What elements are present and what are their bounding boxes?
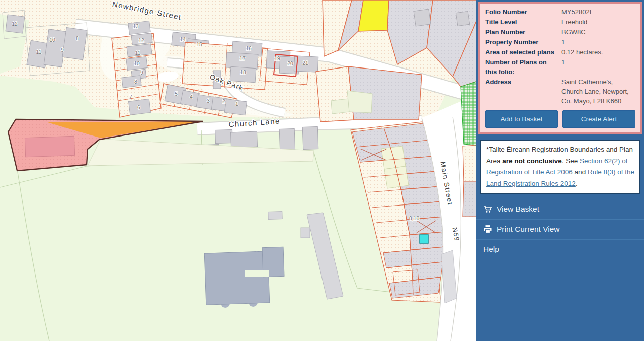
svg-text:16: 16 [246, 45, 252, 51]
address-label: Address [485, 77, 559, 106]
folio-number-label: Folio Number [485, 7, 559, 17]
folio-info-grid: Folio Number MY52802F Title Level Freeho… [485, 7, 635, 106]
disclaimer-text-end: . [576, 180, 578, 187]
plan-number-value: BGW8C [561, 27, 635, 37]
sidebar: Folio Number MY52802F Title Level Freeho… [476, 0, 644, 341]
sidebar-menu: View Basket Print Current View Help [476, 199, 644, 259]
menu-item-print-current-view[interactable]: Print Current View [476, 219, 644, 239]
disclaimer-mid1: . See [562, 157, 580, 165]
property-number-value: 1 [561, 37, 635, 47]
svg-text:18: 18 [240, 69, 246, 75]
svg-text:1: 1 [235, 101, 238, 107]
svg-text:19: 19 [274, 55, 280, 61]
svg-text:9: 9 [61, 47, 64, 53]
svg-text:6: 6 [137, 104, 140, 110]
title-level-label: Title Level [485, 17, 559, 27]
svg-text:13: 13 [133, 23, 139, 29]
map-viewport[interactable]: Newbridge StreetOak ParkChurch LaneMain … [0, 0, 476, 341]
svg-text:12: 12 [12, 21, 18, 27]
svg-text:11: 11 [135, 50, 141, 56]
disclaimer-box: *Tailte Éireann Registration Boundaries … [480, 140, 640, 194]
add-to-basket-button[interactable]: Add to Basket [485, 110, 558, 128]
disclaimer-bold: are not conclusive [502, 157, 562, 165]
svg-text:3: 3 [207, 98, 210, 104]
area-label: Area of selected plans [485, 47, 559, 57]
menu-item-view-basket[interactable]: View Basket [476, 199, 644, 219]
panel-buttons: Add to Basket Create Alert [485, 110, 635, 128]
svg-text:15: 15 [196, 41, 202, 47]
plan-marker [420, 235, 428, 243]
cart-icon [483, 204, 497, 214]
address-value: Saint Catherine's, Church Lane, Newport,… [561, 77, 635, 106]
svg-text:11: 11 [36, 49, 42, 55]
plans-count-label: Number of Plans on this folio: [485, 57, 559, 77]
folio-info-panel: Folio Number MY52802F Title Level Freeho… [478, 2, 642, 134]
svg-text:2: 2 [222, 98, 225, 104]
svg-text:8,10: 8,10 [409, 215, 420, 221]
svg-text:7: 7 [129, 94, 132, 100]
svg-text:14: 14 [180, 36, 186, 42]
plan-number-label: Plan Number [485, 27, 559, 37]
app-root: Newbridge StreetOak ParkChurch LaneMain … [0, 0, 644, 341]
svg-text:5: 5 [175, 91, 178, 97]
menu-item-label: Help [483, 245, 499, 254]
selected-parcel-building [25, 136, 74, 157]
menu-item-label: Print Current View [497, 225, 559, 234]
svg-text:17: 17 [239, 55, 246, 61]
graveyard-grid [461, 82, 476, 145]
disclaimer-mid2: and [573, 168, 588, 176]
title-level-value: Freehold [561, 17, 635, 27]
printer-icon [483, 225, 497, 234]
svg-text:4: 4 [190, 94, 193, 100]
svg-text:9: 9 [140, 70, 143, 76]
svg-text:20: 20 [287, 60, 293, 66]
svg-text:10: 10 [134, 60, 140, 66]
create-alert-button[interactable]: Create Alert [562, 110, 635, 128]
mid-parcels [316, 66, 422, 122]
svg-text:8: 8 [134, 79, 137, 85]
folio-number-value: MY52802F [561, 7, 635, 17]
map-svg: Newbridge StreetOak ParkChurch LaneMain … [0, 0, 476, 341]
area-value: 0.12 hectares. [561, 47, 635, 57]
plans-count-value: 1 [561, 57, 635, 77]
menu-item-label: View Basket [497, 204, 539, 214]
svg-text:21: 21 [302, 60, 308, 66]
svg-text:8: 8 [76, 35, 79, 41]
menu-item-help[interactable]: Help [476, 239, 644, 259]
highlighted-yellow-parcel [358, 0, 389, 31]
svg-text:12: 12 [138, 37, 144, 43]
svg-text:10: 10 [49, 37, 55, 43]
property-number-label: Property Number [485, 37, 559, 47]
